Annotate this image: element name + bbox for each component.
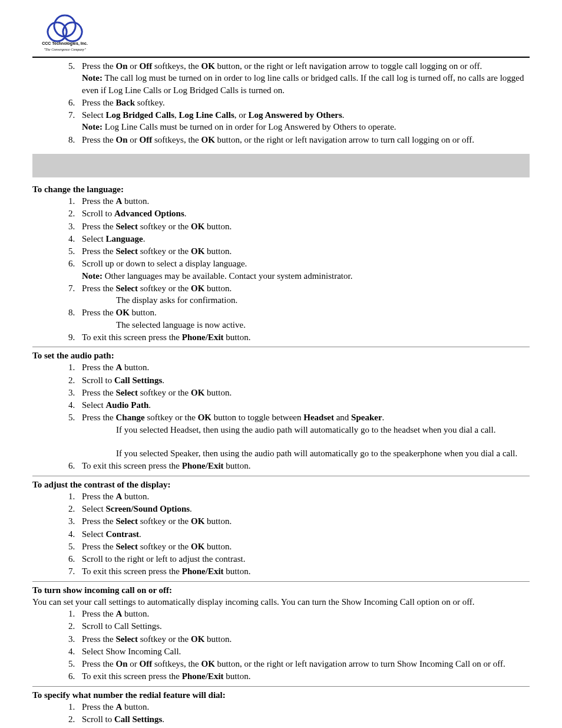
sub-text: If you selected Headset, then using the … [116,424,530,436]
section-list: Press the A button.Scroll to Advanced Op… [67,195,530,343]
list-item: Press the A button. [77,195,530,207]
list-item: Scroll to Advanced Options. [77,207,530,219]
header-rule [32,57,530,58]
section-rule [32,347,530,347]
list-item: To exit this screen press the Phone/Exit… [77,331,530,343]
logo: CCC Technologies, Inc. "The Convergence … [32,11,530,53]
logo-icon: CCC Technologies, Inc. "The Convergence … [32,11,97,53]
list-item: Press the Select softkey or the OK butto… [77,282,530,307]
list-item: Press the Select softkey or the OK butto… [77,515,530,527]
section-heading: To change the language: [32,183,530,195]
list-item: Select Log Bridged Calls, Log Line Calls… [77,109,530,133]
section-list: Press the A button.Scroll to Call Settin… [67,701,530,728]
grey-spacer-band [32,154,530,177]
list-item: Scroll to the right or left to adjust th… [77,553,530,565]
section-heading: To turn show incoming call on or off: [32,584,530,596]
list-item: Scroll to Call Settings. [77,713,530,725]
list-item: Select Contrast. [77,528,530,540]
section-list: Press the A button.Scroll to Call Settin… [67,361,530,472]
list-item: To exit this screen press the Phone/Exit… [77,460,530,472]
section-rule [32,476,530,476]
list-item: Press the Select softkey or the OK butto… [77,220,530,232]
list-item: Press the A button. [77,361,530,373]
list-item: Press the Select softkey or the OK butto… [77,726,530,728]
list-item: Select Screen/Sound Options. [77,503,530,515]
section-heading: To specify what number the redial featur… [32,689,530,701]
list-item: Select Audio Path. [77,399,530,411]
svg-text:"The Convergence Company": "The Convergence Company" [44,48,86,51]
section-heading: To adjust the contrast of the display: [32,479,530,490]
section-rule [32,686,530,687]
list-item: To exit this screen press the Phone/Exit… [77,565,530,577]
list-item: Select Show Incoming Call. [77,645,530,657]
note-text: Note: The call log must be turned on in … [82,73,524,94]
list-item: Press the Select softkey or the OK butto… [77,633,530,645]
note-text: Note: Log Line Calls must be turned on i… [82,122,396,131]
list-item: Press the On or Off softkeys, the OK but… [77,134,530,146]
list-item: Press the OK button.The selected languag… [77,307,530,331]
list-item: Scroll up or down to select a display la… [77,258,530,282]
section-list: Press the A button.Scroll to Call Settin… [67,608,530,683]
section-rule [32,581,530,582]
list-item: Press the Change softkey or the OK butto… [77,411,530,459]
list-item: Scroll to Call Settings. [77,374,530,386]
section-list: Press the A button.Select Screen/Sound O… [67,490,530,578]
list-item: Press the Back softkey. [77,97,530,108]
list-item: Press the Select softkey or the OK butto… [77,245,530,257]
section-intro: You can set your call settings to automa… [32,596,530,608]
list-item: Press the A button. [77,701,530,713]
list-item: To exit this screen press the Phone/Exit… [77,670,530,682]
note-text: Note: Other languages may be available. … [82,271,352,281]
list-item: Press the On or Off softkeys, the OK but… [77,658,530,670]
section-heading: To set the audio path: [32,350,530,361]
sub-text: The selected language is now active. [116,319,530,331]
list-item: Press the A button. [77,490,530,502]
list-item: Press the Select softkey or the OK butto… [77,387,530,398]
top-continuing-list: Press the On or Off softkeys, the OK but… [67,60,530,146]
list-item: Press the On or Off softkeys, the OK but… [77,60,530,96]
list-item: Scroll to Call Settings. [77,620,530,632]
sub-text: The display asks for confirmation. [116,294,530,306]
list-item: Select Language. [77,233,530,245]
svg-text:CCC Technologies, Inc.: CCC Technologies, Inc. [42,41,88,46]
list-item: Press the Select softkey or the OK butto… [77,541,530,552]
sub-text: If you selected Speaker, then using the … [116,447,530,459]
list-item: Press the A button. [77,608,530,620]
